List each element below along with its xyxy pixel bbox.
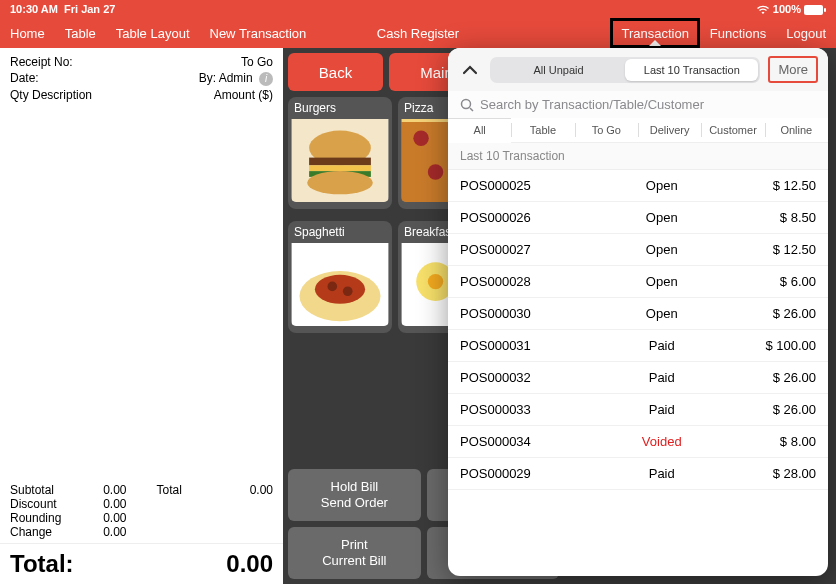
txn-amount: $ 100.00 — [721, 338, 816, 353]
txn-id: POS000028 — [460, 274, 602, 289]
txn-amount: $ 8.50 — [721, 210, 816, 225]
txn-id: POS000029 — [460, 466, 602, 481]
svg-rect-0 — [804, 5, 823, 15]
total-value: 0.00 — [250, 483, 273, 497]
txn-id: POS000030 — [460, 306, 602, 321]
wifi-icon — [756, 3, 770, 15]
transaction-row[interactable]: POS000031Paid$ 100.00 — [448, 330, 828, 362]
receipt-no-label: Receipt No: — [10, 55, 73, 69]
search-icon — [460, 98, 474, 112]
seg-all-unpaid[interactable]: All Unpaid — [492, 59, 625, 81]
transaction-list[interactable]: POS000025Open$ 12.50POS000026Open$ 8.50P… — [448, 170, 828, 576]
back-button[interactable]: Back — [288, 53, 383, 91]
svg-point-17 — [343, 286, 353, 296]
txn-amount: $ 12.50 — [721, 242, 816, 257]
svg-point-9 — [413, 131, 428, 146]
rounding-label: Rounding — [10, 511, 61, 525]
grand-total-value: 0.00 — [226, 550, 273, 578]
search-input[interactable]: Search by Transaction/Table/Customer — [448, 91, 828, 118]
transaction-row[interactable]: POS000028Open$ 6.00 — [448, 266, 828, 298]
svg-rect-1 — [824, 8, 826, 12]
status-bar: 10:30 AM Fri Jan 27 100% — [0, 0, 836, 18]
txn-amount: $ 6.00 — [721, 274, 816, 289]
txn-status: Voided — [602, 434, 721, 449]
segment-control[interactable]: All Unpaid Last 10 Transaction — [490, 57, 760, 83]
txn-id: POS000027 — [460, 242, 602, 257]
tab-delivery[interactable]: Delivery — [638, 118, 701, 142]
hold-bill-button[interactable]: Hold Bill Send Order — [288, 469, 421, 521]
txn-status: Paid — [602, 402, 721, 417]
rounding-value: 0.00 — [103, 511, 126, 525]
nav-table-layout[interactable]: Table Layout — [106, 18, 200, 48]
receipt-panel: Receipt No: To Go Date: By: Admin i Qty … — [0, 48, 283, 584]
info-icon[interactable]: i — [259, 72, 273, 86]
txn-id: POS000031 — [460, 338, 602, 353]
txn-status: Open — [602, 306, 721, 321]
txn-amount: $ 26.00 — [721, 306, 816, 321]
subtotal-label: Subtotal — [10, 483, 54, 497]
nav-transaction[interactable]: Transaction — [610, 18, 699, 48]
txn-status: Paid — [602, 370, 721, 385]
txn-amount: $ 12.50 — [721, 178, 816, 193]
nav-home[interactable]: Home — [0, 18, 55, 48]
more-button[interactable]: More — [768, 56, 818, 83]
transaction-row[interactable]: POS000027Open$ 12.50 — [448, 234, 828, 266]
txn-id: POS000033 — [460, 402, 602, 417]
receipt-date-label: Date: — [10, 71, 39, 85]
svg-rect-4 — [309, 158, 371, 166]
list-title: Last 10 Transaction — [448, 142, 828, 170]
nav-new-transaction[interactable]: New Transaction — [200, 18, 317, 48]
svg-point-15 — [315, 275, 365, 304]
svg-point-22 — [462, 99, 471, 108]
tab-togo[interactable]: To Go — [575, 118, 638, 142]
grand-total-label: Total: — [10, 550, 74, 578]
txn-status: Open — [602, 274, 721, 289]
battery-icon — [804, 3, 826, 15]
tab-all[interactable]: All — [448, 118, 511, 142]
txn-amount: $ 26.00 — [721, 370, 816, 385]
txn-status: Open — [602, 210, 721, 225]
discount-value: 0.00 — [103, 497, 126, 511]
chevron-up-icon — [649, 40, 661, 46]
col-amount: Amount ($) — [214, 88, 273, 102]
transaction-popover: All Unpaid Last 10 Transaction More Sear… — [448, 48, 828, 576]
transaction-row[interactable]: POS000033Paid$ 26.00 — [448, 394, 828, 426]
tile-spaghetti[interactable]: Spaghetti — [288, 221, 392, 333]
change-label: Change — [10, 525, 52, 539]
seg-last10[interactable]: Last 10 Transaction — [625, 59, 758, 81]
receipt-lines — [0, 109, 283, 480]
txn-status: Paid — [602, 338, 721, 353]
status-date: Fri Jan 27 — [64, 3, 115, 15]
transaction-row[interactable]: POS000026Open$ 8.50 — [448, 202, 828, 234]
battery-pct: 100% — [773, 3, 801, 15]
tab-online[interactable]: Online — [765, 118, 828, 142]
tab-customer[interactable]: Customer — [701, 118, 764, 142]
tile-label: Burgers — [288, 97, 392, 119]
svg-point-12 — [428, 164, 443, 179]
txn-amount: $ 28.00 — [721, 466, 816, 481]
nav-functions[interactable]: Functions — [700, 18, 776, 48]
change-value: 0.00 — [103, 525, 126, 539]
transaction-row[interactable]: POS000029Paid$ 28.00 — [448, 458, 828, 490]
svg-point-20 — [428, 274, 443, 289]
receipt-by-label: By: Admin — [199, 71, 253, 85]
chevron-up-icon[interactable] — [458, 58, 482, 82]
txn-id: POS000032 — [460, 370, 602, 385]
status-time: 10:30 AM — [10, 3, 58, 15]
subtotal-value: 0.00 — [103, 483, 126, 497]
txn-id: POS000026 — [460, 210, 602, 225]
transaction-row[interactable]: POS000030Open$ 26.00 — [448, 298, 828, 330]
filter-tabs: All Table To Go Delivery Customer Online — [448, 118, 828, 142]
transaction-row[interactable]: POS000025Open$ 12.50 — [448, 170, 828, 202]
tab-table[interactable]: Table — [511, 118, 574, 142]
nav-logout[interactable]: Logout — [776, 18, 836, 48]
transaction-row[interactable]: POS000034Voided$ 8.00 — [448, 426, 828, 458]
receipt-no-value: To Go — [241, 55, 273, 69]
tile-burgers[interactable]: Burgers — [288, 97, 392, 209]
search-placeholder: Search by Transaction/Table/Customer — [480, 97, 704, 112]
nav-table[interactable]: Table — [55, 18, 106, 48]
print-bill-button[interactable]: Print Current Bill — [288, 527, 421, 579]
svg-point-7 — [307, 171, 373, 194]
transaction-row[interactable]: POS000032Paid$ 26.00 — [448, 362, 828, 394]
txn-status: Paid — [602, 466, 721, 481]
